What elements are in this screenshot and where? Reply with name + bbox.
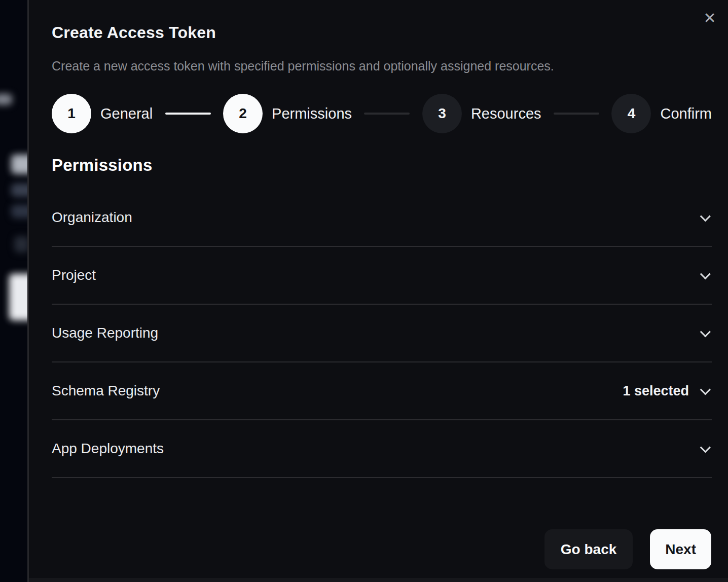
close-icon[interactable]: ✕ (700, 8, 720, 28)
step-label: Resources (471, 105, 541, 122)
section-label: App Deployments (52, 441, 700, 457)
blurred-text (11, 205, 28, 218)
step-permissions[interactable]: 2 Permissions (223, 94, 352, 133)
step-number-badge: 1 (52, 94, 91, 133)
section-label: Project (52, 267, 700, 283)
step-label: Confirm (660, 105, 712, 122)
create-access-token-modal: ✕ Create Access Token Create a new acces… (29, 0, 728, 582)
stepper-connector (554, 113, 599, 115)
step-number-badge: 2 (223, 94, 263, 133)
chevron-down-icon (700, 269, 711, 279)
chevron-down-icon (700, 384, 711, 395)
step-resources[interactable]: 3 Resources (422, 94, 541, 133)
blurred-heading (11, 155, 28, 174)
section-label: Usage Reporting (52, 325, 700, 341)
blurred-text (11, 184, 28, 197)
step-number-badge: 4 (611, 94, 651, 133)
footer-actions: Go back Next (544, 529, 711, 569)
stepper-connector (364, 113, 410, 115)
selected-count-badge: 1 selected (623, 383, 689, 399)
step-confirm[interactable]: 4 Confirm (611, 94, 712, 133)
chevron-down-icon (700, 326, 711, 337)
section-row-project[interactable]: Project (52, 247, 712, 305)
section-row-usage-reporting[interactable]: Usage Reporting (52, 305, 712, 362)
permission-sections: Organization Project Usage Reporting Sch… (52, 189, 712, 478)
section-row-app-deployments[interactable]: App Deployments (52, 420, 712, 478)
blurred-button (9, 274, 28, 320)
step-general[interactable]: 1 General (52, 94, 153, 133)
section-row-organization[interactable]: Organization (52, 189, 712, 247)
blurred-nav-item (0, 94, 12, 105)
step-label: Permissions (272, 105, 352, 122)
step-label: General (100, 105, 153, 122)
stepper-connector (165, 113, 211, 115)
chevron-down-icon (700, 442, 711, 453)
modal-subtitle: Create a new access token with specified… (52, 59, 712, 74)
wizard-stepper: 1 General 2 Permissions 3 Resources 4 Co… (52, 94, 712, 133)
section-row-schema-registry[interactable]: Schema Registry 1 selected (52, 362, 712, 420)
permissions-heading: Permissions (52, 156, 712, 175)
blurred-icon (14, 236, 28, 252)
screen: ✕ Create Access Token Create a new acces… (0, 0, 728, 582)
chevron-down-icon (700, 211, 711, 222)
background-page (0, 0, 28, 582)
section-label: Organization (52, 209, 700, 226)
step-number-badge: 3 (422, 94, 462, 133)
next-button[interactable]: Next (650, 529, 711, 569)
modal-bottom-strip (29, 578, 728, 582)
modal-title: Create Access Token (52, 23, 712, 42)
go-back-button[interactable]: Go back (544, 529, 633, 569)
section-label: Schema Registry (52, 383, 623, 399)
